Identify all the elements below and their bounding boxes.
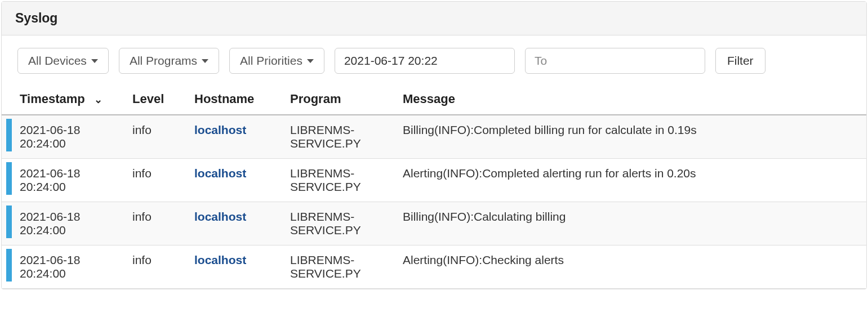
cell-hostname: localhost	[188, 245, 283, 289]
to-datetime-input[interactable]	[525, 48, 705, 74]
hostname-link[interactable]: localhost	[194, 123, 246, 136]
cell-level: info	[126, 202, 188, 245]
level-indicator	[2, 159, 13, 202]
hostname-link[interactable]: localhost	[194, 167, 246, 180]
devices-dropdown-label: All Devices	[28, 54, 87, 68]
level-indicator-bar	[6, 206, 12, 238]
hostname-link[interactable]: localhost	[194, 210, 246, 223]
chevron-down-icon: ⌄	[94, 93, 103, 106]
table-row: 2021-06-18 20:24:00infolocalhostLIBRENMS…	[2, 159, 866, 202]
cell-hostname: localhost	[188, 159, 283, 202]
cell-timestamp: 2021-06-18 20:24:00	[13, 159, 126, 202]
cell-message: Alerting(INFO):Checking alerts	[396, 245, 866, 289]
cell-message: Billing(INFO):Calculating billing	[396, 202, 866, 245]
priorities-dropdown-label: All Priorities	[240, 54, 302, 68]
cell-timestamp: 2021-06-18 20:24:00	[13, 202, 126, 245]
syslog-table: Timestamp ⌄ Level Hostname Program Messa…	[2, 84, 866, 289]
cell-timestamp: 2021-06-18 20:24:00	[13, 115, 126, 159]
programs-dropdown-label: All Programs	[130, 54, 197, 68]
panel-title: Syslog	[2, 2, 866, 35]
level-indicator-bar	[6, 119, 12, 151]
table-row: 2021-06-18 20:24:00infolocalhostLIBRENMS…	[2, 245, 866, 289]
cell-program: LIBRENMS-SERVICE.PY	[283, 202, 396, 245]
from-datetime-input[interactable]	[335, 48, 515, 74]
devices-dropdown[interactable]: All Devices	[17, 48, 109, 74]
col-program[interactable]: Program	[283, 84, 396, 115]
cell-program: LIBRENMS-SERVICE.PY	[283, 115, 396, 159]
col-timestamp[interactable]: Timestamp ⌄	[13, 84, 126, 115]
cell-hostname: localhost	[188, 202, 283, 245]
cell-program: LIBRENMS-SERVICE.PY	[283, 245, 396, 289]
level-indicator-bar	[6, 162, 12, 195]
syslog-panel: Syslog All Devices All Programs All Prio…	[1, 1, 867, 289]
table-row: 2021-06-18 20:24:00infolocalhostLIBRENMS…	[2, 202, 866, 245]
cell-message: Alerting(INFO):Completed alerting run fo…	[396, 159, 866, 202]
cell-hostname: localhost	[188, 115, 283, 159]
cell-level: info	[126, 159, 188, 202]
cell-timestamp: 2021-06-18 20:24:00	[13, 245, 126, 289]
cell-level: info	[126, 115, 188, 159]
priorities-dropdown[interactable]: All Priorities	[229, 48, 324, 74]
cell-program: LIBRENMS-SERVICE.PY	[283, 159, 396, 202]
level-indicator	[2, 202, 13, 245]
caret-down-icon	[202, 59, 208, 63]
caret-down-icon	[91, 59, 98, 63]
col-indicator	[2, 84, 13, 115]
level-indicator-bar	[6, 249, 12, 282]
col-hostname[interactable]: Hostname	[188, 84, 283, 115]
cell-message: Billing(INFO):Completed billing run for …	[396, 115, 866, 159]
col-timestamp-label: Timestamp	[20, 92, 85, 106]
level-indicator	[2, 245, 13, 289]
filter-button[interactable]: Filter	[715, 48, 765, 74]
programs-dropdown[interactable]: All Programs	[119, 48, 219, 74]
cell-level: info	[126, 245, 188, 289]
table-row: 2021-06-18 20:24:00infolocalhostLIBRENMS…	[2, 115, 866, 159]
level-indicator	[2, 115, 13, 159]
caret-down-icon	[307, 59, 314, 63]
filter-bar: All Devices All Programs All Priorities …	[2, 35, 866, 84]
col-level[interactable]: Level	[126, 84, 188, 115]
col-message[interactable]: Message	[396, 84, 866, 115]
hostname-link[interactable]: localhost	[194, 253, 246, 266]
